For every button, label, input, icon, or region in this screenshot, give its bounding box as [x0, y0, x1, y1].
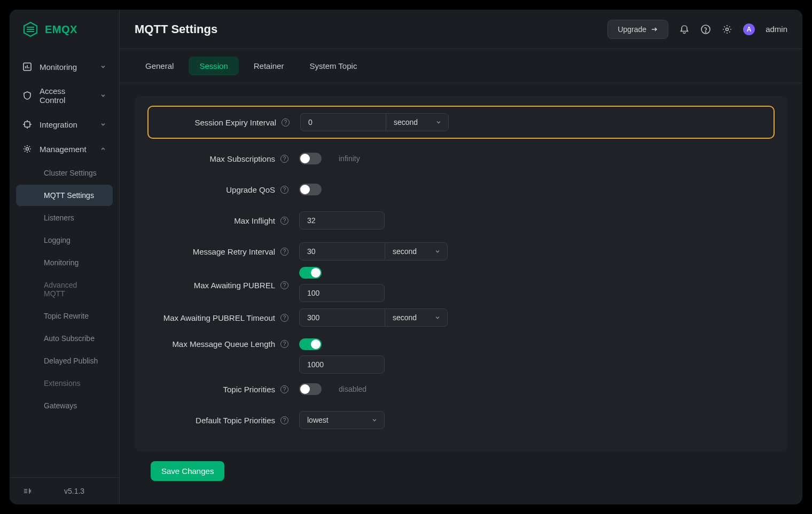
help-tooltip-icon[interactable]: ?: [280, 217, 288, 225]
label-max-subscriptions: Max Subscriptions: [209, 154, 275, 163]
brand-logo[interactable]: EMQX: [10, 10, 119, 49]
chevron-down-icon: [434, 314, 441, 321]
help-tooltip-icon[interactable]: ?: [280, 155, 288, 163]
bar-chart-icon: [22, 62, 32, 72]
input-pubrel-timeout[interactable]: [299, 309, 385, 327]
collapse-sidebar-icon[interactable]: [22, 486, 32, 496]
user-name[interactable]: admin: [766, 25, 787, 34]
svg-rect-8: [25, 122, 30, 127]
sidebar-sub-auto-subscribe[interactable]: Auto Subscribe: [16, 328, 113, 349]
avatar[interactable]: A: [743, 23, 755, 35]
chevron-down-icon: [435, 119, 442, 125]
chevron-down-icon: [100, 64, 106, 70]
help-tooltip-icon[interactable]: ?: [280, 416, 288, 424]
label-upgrade-qos: Upgrade QoS: [226, 185, 275, 194]
settings-icon[interactable]: [722, 24, 732, 35]
tab-general[interactable]: General: [135, 57, 184, 75]
input-max-queue[interactable]: [299, 355, 385, 374]
help-tooltip-icon[interactable]: ?: [280, 340, 288, 348]
row-max-queue: Max Message Queue Length ?: [156, 333, 766, 374]
row-pubrel-timeout: Max Awaiting PUBREL Timeout ? second: [156, 302, 766, 333]
select-pubrel-timeout-unit[interactable]: second: [385, 309, 448, 327]
label-session-expiry: Session Expiry Interval: [194, 118, 276, 127]
chevron-down-icon: [100, 121, 106, 128]
tab-retainer[interactable]: Retainer: [243, 57, 295, 75]
input-max-awaiting-pubrel[interactable]: [299, 284, 385, 302]
toggle-max-queue[interactable]: [299, 338, 322, 350]
sidebar-item-access-control[interactable]: Access Control: [10, 79, 119, 112]
help-tooltip-icon[interactable]: ?: [280, 314, 288, 322]
sidebar: EMQX Monitoring: [10, 10, 120, 504]
select-retry-interval-unit[interactable]: second: [385, 242, 448, 260]
sidebar-item-monitoring[interactable]: Monitoring: [10, 54, 119, 79]
select-default-topic-priorities[interactable]: lowest: [299, 411, 385, 429]
toggle-topic-priorities[interactable]: [299, 383, 322, 395]
sidebar-sub-listeners[interactable]: Listeners: [16, 207, 113, 228]
chevron-down-icon: [100, 92, 106, 99]
row-upgrade-qos: Upgrade QoS ?: [156, 174, 766, 205]
sidebar-nav: Monitoring Access Control: [10, 49, 119, 477]
help-tooltip-icon[interactable]: ?: [282, 118, 290, 126]
gear-icon: [22, 144, 32, 154]
upgrade-button[interactable]: Upgrade: [607, 20, 668, 39]
row-max-subscriptions: Max Subscriptions ? infinity: [156, 143, 766, 174]
brand-name: EMQX: [45, 23, 77, 36]
bell-icon[interactable]: [679, 24, 690, 35]
tab-system-topic[interactable]: System Topic: [299, 57, 368, 75]
help-tooltip-icon[interactable]: ?: [280, 385, 288, 393]
chevron-up-icon: [100, 146, 106, 152]
chevron-down-icon: [434, 248, 441, 255]
version-label: v5.1.3: [64, 487, 84, 495]
sidebar-sub-logging[interactable]: Logging: [16, 230, 113, 251]
sidebar-sub-monitoring[interactable]: Monitoring: [16, 252, 113, 273]
arrow-right-icon: [651, 26, 658, 33]
hint-max-subscriptions: infinity: [339, 154, 360, 163]
sidebar-section-extensions: Extensions: [16, 373, 113, 394]
input-max-inflight[interactable]: [299, 211, 385, 230]
settings-panel: Session Expiry Interval ? second: [135, 96, 787, 452]
label-max-queue: Max Message Queue Length: [172, 339, 275, 349]
select-session-expiry-unit[interactable]: second: [386, 113, 449, 131]
label-max-inflight: Max Inflight: [234, 216, 275, 225]
row-default-topic-priorities: Default Topic Priorities ? lowest: [156, 405, 766, 436]
label-pubrel-timeout: Max Awaiting PUBREL Timeout: [163, 313, 275, 322]
sidebar-sub-cluster-settings[interactable]: Cluster Settings: [16, 162, 113, 184]
sidebar-footer: v5.1.3: [10, 477, 119, 504]
tabs: General Session Retainer System Topic: [120, 49, 802, 83]
input-retry-interval[interactable]: [299, 242, 385, 260]
header: MQTT Settings Upgrade: [120, 10, 802, 49]
sidebar-item-integration[interactable]: Integration: [10, 112, 119, 137]
main: MQTT Settings Upgrade: [120, 10, 802, 504]
toggle-max-awaiting-pubrel[interactable]: [299, 267, 322, 279]
label-topic-priorities: Topic Priorities: [223, 385, 275, 394]
row-max-inflight: Max Inflight ?: [156, 205, 766, 236]
row-session-expiry: Session Expiry Interval ? second: [147, 106, 775, 139]
svg-point-21: [726, 28, 729, 30]
emqx-logo-icon: [22, 21, 38, 37]
svg-point-13: [26, 148, 29, 151]
sidebar-sub-gateways[interactable]: Gateways: [16, 395, 113, 416]
hint-topic-priorities: disabled: [339, 385, 366, 393]
input-session-expiry[interactable]: [300, 113, 386, 131]
sidebar-sub-delayed-publish[interactable]: Delayed Publish: [16, 350, 113, 371]
shield-icon: [22, 91, 32, 100]
sidebar-sub-topic-rewrite[interactable]: Topic Rewrite: [16, 305, 113, 327]
tab-session[interactable]: Session: [189, 57, 238, 75]
sidebar-item-management[interactable]: Management: [10, 137, 119, 161]
toggle-upgrade-qos[interactable]: [299, 184, 322, 195]
toggle-max-subscriptions[interactable]: [299, 153, 322, 164]
help-tooltip-icon[interactable]: ?: [280, 186, 288, 194]
sidebar-sub-mqtt-settings[interactable]: MQTT Settings: [16, 185, 113, 206]
integration-icon: [22, 120, 32, 129]
label-retry-interval: Message Retry Interval: [193, 247, 275, 256]
label-default-topic-priorities: Default Topic Priorities: [196, 416, 275, 425]
help-icon[interactable]: [700, 24, 711, 35]
row-topic-priorities: Topic Priorities ? disabled: [156, 374, 766, 405]
help-tooltip-icon[interactable]: ?: [280, 281, 288, 289]
save-button[interactable]: Save Changes: [151, 461, 224, 481]
help-tooltip-icon[interactable]: ?: [280, 248, 288, 256]
sidebar-section-advanced-mqtt: Advanced MQTT: [16, 274, 113, 304]
label-max-awaiting-pubrel: Max Awaiting PUBREL: [194, 281, 275, 290]
chevron-down-icon: [371, 417, 378, 423]
page-title: MQTT Settings: [135, 22, 217, 36]
